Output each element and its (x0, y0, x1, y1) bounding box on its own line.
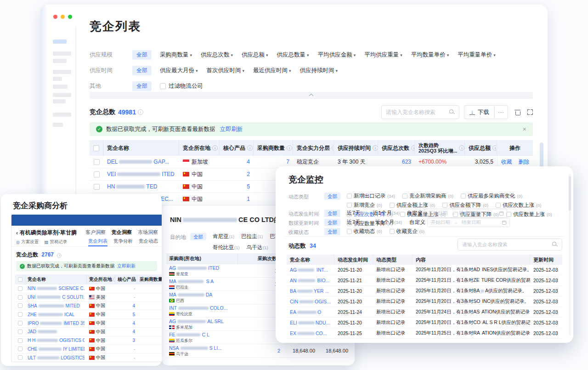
subtab-competition-analysis[interactable]: 竞争分析 (113, 238, 133, 246)
collapse-filter-bar[interactable] (90, 92, 533, 99)
filter-dropdown-supply-duration[interactable]: 供应持续时间▾ (300, 67, 338, 74)
minimize-dot-icon[interactable] (61, 15, 65, 19)
core-count-link[interactable]: 3 (132, 338, 135, 343)
filter-dropdown-supply-amount[interactable]: 供应总额▾ (242, 51, 268, 59)
core-count-link[interactable]: 5 (132, 312, 135, 317)
fav-competitor[interactable]: 收藏竞企(0) (390, 228, 425, 235)
company-link[interactable]: UNIC SOLUTI... (28, 295, 85, 300)
tab-customer-insight[interactable]: 客户洞察 (85, 229, 106, 236)
company-link[interactable]: CHEIY LIMITED (28, 347, 85, 352)
row-checkbox[interactable] (18, 286, 23, 291)
destination-colombia[interactable]: 哥伦比亚(1) (213, 244, 240, 251)
row-checkbox[interactable] (18, 355, 23, 360)
company-link[interactable]: ZHEICAL (28, 312, 74, 317)
company-link[interactable]: AN BIO... (290, 278, 329, 283)
company-link[interactable]: CINOGIS... (290, 299, 331, 304)
fav-activity[interactable]: 收藏动态(0) (347, 228, 382, 235)
update-1month[interactable]: 近1个月(34) (375, 219, 402, 226)
row-checkbox[interactable] (94, 184, 100, 190)
delete-link[interactable]: 删除 (519, 158, 530, 166)
row-checkbox[interactable] (94, 159, 100, 165)
filter-dropdown-avg-amount[interactable]: 平均供应金额▾ (318, 51, 356, 59)
search-icon[interactable] (449, 109, 455, 115)
buyer-link[interactable]: FEC L (169, 332, 209, 337)
filter-dropdown-avg-weight-price[interactable]: 平均重量单价▾ (458, 51, 496, 59)
filter-dropdown-supply-qty[interactable]: 供应总数量▾ (277, 51, 309, 59)
more-button[interactable]: ··· (495, 105, 508, 119)
custom-label[interactable]: 自定义 (407, 210, 423, 216)
buyer-link[interactable]: NSAS LI... (169, 345, 222, 351)
company-link[interactable]: EAO (290, 309, 321, 315)
subtab-competitor-activity[interactable]: 竞企动态 (139, 238, 158, 246)
company-link[interactable]: VEIITED (107, 171, 175, 177)
core-count-link[interactable]: 1 (247, 196, 250, 202)
filter-all-chip[interactable]: 全部 (132, 81, 152, 91)
trade-records-button[interactable]: ▤贸易记录 (44, 239, 67, 245)
company-link[interactable]: EXCO... (290, 330, 327, 336)
checkbox-icon[interactable] (347, 194, 352, 199)
filter-dropdown-max-month[interactable]: 供应最大月份▾ (160, 67, 198, 74)
date-range-input[interactable]: 开始日期→结束日期 (424, 209, 507, 218)
search-box[interactable] (458, 239, 562, 250)
filter-dropdown-supply-times[interactable]: 供应总次数▾ (201, 51, 233, 59)
company-link[interactable]: AG INT... (290, 267, 328, 273)
type-top-buyer-change[interactable]: 供应最多采购商变化(0) (461, 193, 522, 199)
close-dot-icon[interactable] (53, 15, 57, 19)
checkbox-icon[interactable] (390, 229, 395, 234)
destination-kenya[interactable]: 肯尼亚(1) (213, 233, 234, 240)
destination-uganda[interactable]: 乌干达(1) (247, 244, 268, 251)
tab-competitor-insight[interactable]: 竞企洞察 (112, 229, 132, 236)
filter-dropdown-avg-weight[interactable]: 平均供应重量▾ (364, 51, 402, 59)
filter-dropdown-avg-qty-price[interactable]: 平均数量单价▾ (411, 51, 449, 59)
filter-dropdown-latest-supply[interactable]: 最近供应时间▾ (253, 67, 291, 74)
company-link[interactable]: H HOGISTICS C... (28, 338, 85, 343)
buyer-count-link[interactable]: 7 (286, 159, 289, 165)
checkbox-icon[interactable] (461, 194, 466, 199)
download-button[interactable]: ↓ 下载 (464, 105, 495, 119)
core-count-link[interactable]: 4 (247, 159, 250, 165)
times-link[interactable]: 623 (402, 159, 411, 165)
search-icon[interactable] (552, 242, 558, 247)
checkbox-icon[interactable] (442, 203, 447, 208)
filter-all-chip[interactable]: 全部 (324, 219, 340, 226)
buyer-link[interactable]: AGAL SRL (169, 319, 224, 324)
row-checkbox[interactable] (18, 338, 23, 343)
scrollbar-track[interactable] (569, 174, 571, 336)
type-amount-down[interactable]: 供应金额下降(0) (442, 202, 488, 209)
checkbox-icon[interactable] (402, 194, 407, 199)
company-link[interactable]: DELGAP... (107, 159, 169, 165)
type-amount-up[interactable]: 供应金额上涨(0) (390, 202, 435, 209)
row-checkbox[interactable] (18, 295, 23, 300)
custom-label[interactable]: 自定义 (409, 219, 425, 226)
company-link[interactable]: NINSCIENCE C... (28, 286, 85, 291)
checkbox-icon[interactable] (160, 83, 166, 89)
select-all-checkbox[interactable] (18, 277, 23, 282)
back-icon[interactable]: ‹ (16, 230, 18, 236)
buyer-link[interactable]: MA S A (169, 279, 214, 284)
occur-7days[interactable]: 近7天(0) (347, 210, 366, 216)
select-all-checkbox[interactable] (93, 145, 99, 151)
type-new-buyer[interactable]: 竞企新增采购商(0) (402, 193, 453, 199)
filter-dropdown-first-supply[interactable]: 首次供应时间▾ (207, 67, 245, 74)
filter-all-chip[interactable]: 全部 (324, 228, 340, 235)
maximize-dot-icon[interactable] (68, 15, 72, 19)
checkbox-icon[interactable] (496, 203, 501, 208)
row-checkbox[interactable] (18, 312, 23, 317)
search-input[interactable] (386, 109, 449, 115)
date-range-input[interactable]: 开始日期→结束日期 (427, 218, 510, 227)
occur-1month[interactable]: 近1个月(34) (373, 210, 400, 216)
row-checkbox[interactable] (18, 347, 23, 351)
core-count-link[interactable]: 5 (247, 183, 250, 190)
core-count-link[interactable]: 4 (132, 303, 135, 308)
checkbox-icon[interactable] (347, 203, 352, 208)
company-link[interactable]: ELINDU... (290, 320, 330, 325)
close-icon[interactable]: × (523, 125, 526, 133)
company-link[interactable]: BAYER ... (290, 288, 329, 294)
row-checkbox[interactable] (94, 171, 100, 177)
type-new-export[interactable]: 新增出口记录(34) (347, 193, 395, 199)
core-count-link[interactable]: 4 (132, 329, 135, 334)
filter-all-chip[interactable]: 全部 (324, 210, 340, 217)
tab-market-insight[interactable]: 市场洞察 (138, 229, 158, 236)
filter-all-chip[interactable]: 全部 (132, 66, 152, 75)
refresh-now-link[interactable]: 立即刷新 (220, 125, 243, 133)
